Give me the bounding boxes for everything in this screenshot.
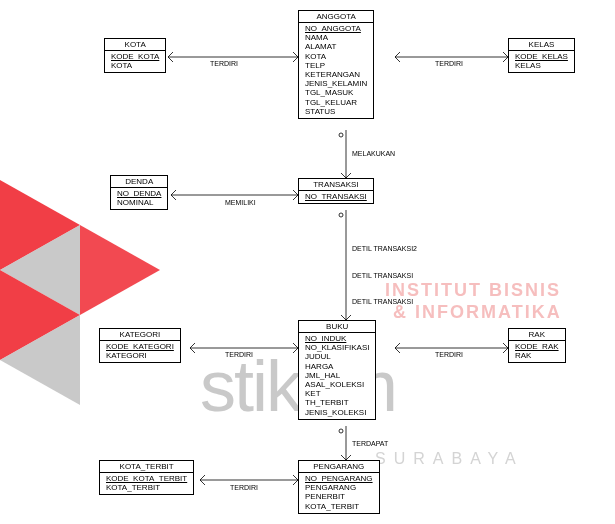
svg-point-15 — [339, 213, 343, 217]
entity-attr: TGL_MASUK — [305, 88, 367, 97]
entity-attr: KODE_KOTA — [111, 52, 159, 61]
rel-melakukan: MELAKUKAN — [352, 150, 395, 157]
entity-attr: TH_TERBIT — [305, 398, 369, 407]
rel-terdiri-1: TERDIRI — [210, 60, 238, 67]
entity-attr: PENGARANG — [305, 483, 373, 492]
entity-anggota-title: ANGGOTA — [299, 11, 373, 23]
entity-kota-body: KODE_KOTAKOTA — [105, 51, 165, 72]
entity-attr: NOMINAL — [117, 198, 161, 207]
entity-rak: RAK KODE_RAKRAK — [508, 328, 566, 363]
entity-pengarang-body: NO_PENGARANGPENGARANGPENERBITKOTA_TERBIT — [299, 473, 379, 513]
entity-denda: DENDA NO_DENDANOMINAL — [110, 175, 168, 210]
entity-attr: KODE_RAK — [515, 342, 559, 351]
entity-kota: KOTA KODE_KOTAKOTA — [104, 38, 166, 73]
entity-attr: JENIS_KELAMIN — [305, 79, 367, 88]
entity-attr: NO_PENGARANG — [305, 474, 373, 483]
entity-attr: TELP — [305, 61, 367, 70]
entity-kelas-title: KELAS — [509, 39, 574, 51]
entity-attr: NO_INDUK — [305, 334, 369, 343]
rel-terdiri-4: TERDIRI — [435, 351, 463, 358]
rel-detil-transaksi2: DETIL TRANSAKSI2 — [352, 245, 417, 252]
entity-transaksi: TRANSAKSI NO_TRANSAKSI — [298, 178, 374, 204]
entity-buku-body: NO_INDUKNO_KLASIFIKASIJUDULHARGAJML_HALA… — [299, 333, 375, 419]
entity-attr: NO_ANGGOTA — [305, 24, 367, 33]
entity-transaksi-body: NO_TRANSAKSI — [299, 191, 373, 203]
entity-kota-terbit-body: KODE_KOTA_TERBITKOTA_TERBIT — [100, 473, 193, 494]
rel-terdiri-5: TERDIRI — [230, 484, 258, 491]
entity-attr: ASAL_KOLEKSI — [305, 380, 369, 389]
entity-kategori-title: KATEGORI — [100, 329, 180, 341]
entity-denda-title: DENDA — [111, 176, 167, 188]
entity-attr: RAK — [515, 351, 559, 360]
entity-attr: JML_HAL — [305, 371, 369, 380]
entity-transaksi-title: TRANSAKSI — [299, 179, 373, 191]
rel-detil-transaksi-b: DETIL TRANSAKSI — [352, 298, 413, 305]
entity-attr: KATEGORI — [106, 351, 174, 360]
entity-attr: PENERBIT — [305, 492, 373, 501]
entity-buku: BUKU NO_INDUKNO_KLASIFIKASIJUDULHARGAJML… — [298, 320, 376, 420]
svg-point-16 — [339, 429, 343, 433]
entity-attr: KODE_KATEGORI — [106, 342, 174, 351]
entity-attr: KODE_KELAS — [515, 52, 568, 61]
entity-kelas: KELAS KODE_KELASKELAS — [508, 38, 575, 73]
rel-terdiri-2: TERDIRI — [435, 60, 463, 67]
entity-attr: KET — [305, 389, 369, 398]
entity-attr: KOTA_TERBIT — [106, 483, 187, 492]
entity-kota-terbit: KOTA_TERBIT KODE_KOTA_TERBITKOTA_TERBIT — [99, 460, 194, 495]
entity-anggota: ANGGOTA NO_ANGGOTANAMAALAMATKOTATELPKETE… — [298, 10, 374, 119]
entity-kategori-body: KODE_KATEGORIKATEGORI — [100, 341, 180, 362]
entity-attr: STATUS — [305, 107, 367, 116]
entity-pengarang: PENGARANG NO_PENGARANGPENGARANGPENERBITK… — [298, 460, 380, 514]
entity-attr: HARGA — [305, 362, 369, 371]
entity-attr: NO_DENDA — [117, 189, 161, 198]
entity-anggota-body: NO_ANGGOTANAMAALAMATKOTATELPKETERANGANJE… — [299, 23, 373, 118]
svg-point-14 — [339, 133, 343, 137]
entity-rak-body: KODE_RAKRAK — [509, 341, 565, 362]
rel-detil-transaksi-a: DETIL TRANSAKSI — [352, 272, 413, 279]
entity-attr: TGL_KELUAR — [305, 98, 367, 107]
entity-kelas-body: KODE_KELASKELAS — [509, 51, 574, 72]
entity-rak-title: RAK — [509, 329, 565, 341]
entity-attr: NO_KLASIFIKASI — [305, 343, 369, 352]
rel-terdiri-3: TERDIRI — [225, 351, 253, 358]
rel-terdapat: TERDAPAT — [352, 440, 388, 447]
entity-attr: KOTA — [305, 52, 367, 61]
entity-kota-title: KOTA — [105, 39, 165, 51]
entity-attr: JUDUL — [305, 352, 369, 361]
entity-attr: NAMA — [305, 33, 367, 42]
entity-attr: KETERANGAN — [305, 70, 367, 79]
entity-attr: ALAMAT — [305, 42, 367, 51]
entity-kota-terbit-title: KOTA_TERBIT — [100, 461, 193, 473]
entity-kategori: KATEGORI KODE_KATEGORIKATEGORI — [99, 328, 181, 363]
entity-attr: JENIS_KOLEKSI — [305, 408, 369, 417]
entity-attr: KELAS — [515, 61, 568, 70]
entity-attr: KOTA_TERBIT — [305, 502, 373, 511]
entity-buku-title: BUKU — [299, 321, 375, 333]
entity-pengarang-title: PENGARANG — [299, 461, 379, 473]
entity-attr: KOTA — [111, 61, 159, 70]
entity-attr: KODE_KOTA_TERBIT — [106, 474, 187, 483]
entity-attr: NO_TRANSAKSI — [305, 192, 367, 201]
rel-memiliki: MEMILIKI — [225, 199, 256, 206]
entity-denda-body: NO_DENDANOMINAL — [111, 188, 167, 209]
